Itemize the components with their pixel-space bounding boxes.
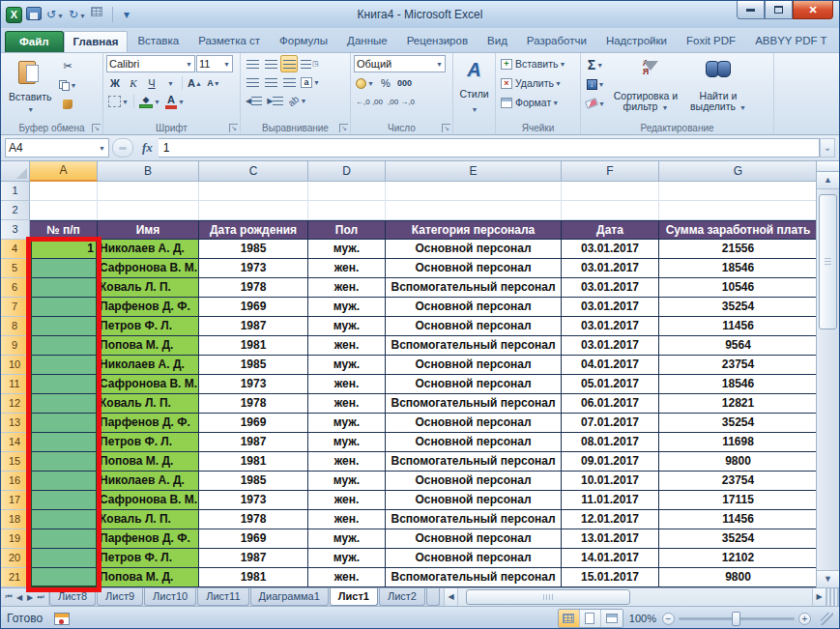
cell-A7[interactable] [30, 298, 98, 317]
row-header-19[interactable]: 19 [1, 529, 30, 549]
cell-D6[interactable]: жен. [308, 278, 386, 298]
percent-style-button[interactable]: % [377, 74, 394, 92]
fill-button[interactable]: ↓▼ [584, 75, 607, 93]
cell-F20[interactable]: 14.01.2017 [562, 549, 659, 568]
cell-A14[interactable] [30, 433, 98, 452]
table-header-F[interactable]: Дата [562, 220, 659, 240]
zoom-out-button[interactable]: − [662, 613, 675, 625]
scroll-left-button[interactable]: ◀ [445, 588, 458, 606]
align-left-button[interactable] [244, 73, 261, 91]
accounting-format-button[interactable]: ▼ [354, 74, 376, 92]
ribbon-tab-разработчи[interactable]: Разработчи [517, 30, 596, 52]
column-header-A[interactable]: A [30, 161, 98, 182]
cell-E18[interactable]: Вспомогательный персонал [386, 510, 562, 529]
row-header-18[interactable]: 18 [1, 510, 30, 529]
cell-E1[interactable] [386, 182, 562, 201]
cell-C19[interactable]: 1969 [199, 529, 308, 549]
row-header-20[interactable]: 20 [1, 549, 30, 568]
clear-button[interactable]: ▼ [584, 95, 607, 112]
expand-formula-bar-icon[interactable]: ⌄ [820, 138, 835, 157]
cell-G9[interactable]: 9564 [659, 336, 818, 356]
name-box[interactable]: A4▼ [5, 138, 109, 157]
cell-A2[interactable] [30, 201, 98, 220]
table-header-A[interactable]: № п/п [30, 220, 98, 240]
cell-B9[interactable]: Попова М. Д. [98, 336, 199, 356]
ribbon-tab-вид[interactable]: Вид [478, 30, 517, 52]
cell-F19[interactable]: 13.01.2017 [562, 529, 659, 549]
cell-G13[interactable]: 35254 [659, 414, 818, 433]
ribbon-tab-file[interactable]: Файл [5, 31, 64, 52]
row-header-5[interactable]: 5 [1, 259, 30, 278]
minimize-button[interactable] [737, 1, 765, 19]
cell-E15[interactable]: Вспомогательный персонал [386, 452, 562, 472]
cell-C4[interactable]: 1985 [199, 240, 308, 259]
ribbon-tab-данные[interactable]: Данные [337, 30, 397, 52]
cell-G10[interactable]: 23754 [659, 356, 818, 375]
cell-E11[interactable]: Основной персонал [386, 375, 562, 394]
font-dialog-launcher[interactable]: ↘ [229, 124, 238, 132]
cell-E7[interactable]: Основной персонал [386, 298, 562, 317]
cell-F8[interactable]: 03.01.2017 [562, 317, 659, 336]
cell-C21[interactable]: 1981 [199, 568, 308, 587]
cell-F7[interactable]: 03.01.2017 [562, 298, 659, 317]
cell-E4[interactable]: Основной персонал [386, 240, 562, 259]
cell-F15[interactable]: 09.01.2017 [562, 452, 659, 472]
cell-D19[interactable]: муж. [308, 529, 386, 549]
cell-E16[interactable]: Основной персонал [386, 472, 562, 491]
italic-button[interactable]: К [125, 74, 142, 92]
cell-A20[interactable] [30, 549, 98, 568]
ribbon-tab-рецензиров[interactable]: Рецензиров [397, 30, 478, 52]
window-resize-grip[interactable] [821, 613, 833, 625]
cell-D11[interactable]: жен. [308, 375, 386, 394]
cell-E14[interactable]: Основной персонал [386, 433, 562, 452]
tabstrip-resize-grip[interactable] [826, 588, 839, 606]
ribbon-tab-главная[interactable]: Главная [64, 31, 129, 52]
cell-B6[interactable]: Коваль Л. П. [98, 278, 199, 298]
sheet-tab-Лист2[interactable]: Лист2 [379, 588, 425, 606]
cell-F11[interactable]: 05.01.2017 [562, 375, 659, 394]
cell-D12[interactable]: жен. [308, 394, 386, 414]
collapse-ribbon-icon[interactable]: ∧ [836, 34, 840, 49]
cell-B2[interactable] [98, 201, 199, 220]
close-button[interactable]: ✕ [793, 1, 833, 19]
cell-C20[interactable]: 1987 [199, 549, 308, 568]
cell-A13[interactable] [30, 414, 98, 433]
cell-F1[interactable] [562, 182, 659, 201]
table-header-C[interactable]: Дата рождения [199, 220, 308, 240]
scroll-right-button[interactable]: ▶ [812, 588, 826, 606]
row-header-14[interactable]: 14 [1, 433, 30, 452]
column-header-G[interactable]: G [659, 161, 818, 182]
increase-decimal-button[interactable]: ←,0 ,00 [354, 93, 385, 110]
cell-C12[interactable]: 1978 [199, 394, 308, 414]
row-header-6[interactable]: 6 [1, 278, 30, 298]
cell-F5[interactable]: 03.01.2017 [562, 259, 659, 278]
cell-G19[interactable]: 35254 [659, 529, 818, 549]
split-box[interactable] [817, 161, 839, 172]
cell-A6[interactable] [30, 278, 98, 298]
delete-cells-button[interactable]: × Удалить▼ [499, 74, 577, 92]
cell-E20[interactable]: Основной персонал [386, 549, 562, 568]
sheet-tab-Лист1[interactable]: Лист1 [330, 588, 378, 606]
cell-B16[interactable]: Николаев А. Д. [98, 472, 199, 491]
cell-D4[interactable]: муж. [308, 240, 386, 259]
cell-E10[interactable]: Основной персонал [386, 356, 562, 375]
normal-view-button[interactable] [559, 610, 580, 627]
cell-A17[interactable] [30, 491, 98, 510]
cell-D15[interactable]: жен. [308, 452, 386, 472]
ribbon-tab-foxit-pdf[interactable]: Foxit PDF [677, 30, 745, 52]
cell-B19[interactable]: Парфенов Д. Ф. [98, 529, 199, 549]
row-header-13[interactable]: 13 [1, 414, 30, 433]
cell-E8[interactable]: Основной персонал [386, 317, 562, 336]
cell-A15[interactable] [30, 452, 98, 472]
vertical-scroll-thumb[interactable] [819, 194, 837, 329]
prev-sheet-icon[interactable]: ◀ [14, 593, 24, 602]
sheet-tab-Лист11[interactable]: Лист11 [197, 588, 248, 606]
cell-A18[interactable] [30, 510, 98, 529]
cell-A5[interactable] [30, 259, 98, 278]
cell-G5[interactable]: 18546 [659, 259, 818, 278]
ribbon-tab-вставка[interactable]: Вставка [128, 30, 188, 52]
row-header-8[interactable]: 8 [1, 317, 30, 336]
cell-C9[interactable]: 1981 [199, 336, 308, 356]
next-sheet-icon[interactable]: ▶ [25, 593, 35, 602]
page-layout-view-button[interactable] [580, 610, 601, 627]
